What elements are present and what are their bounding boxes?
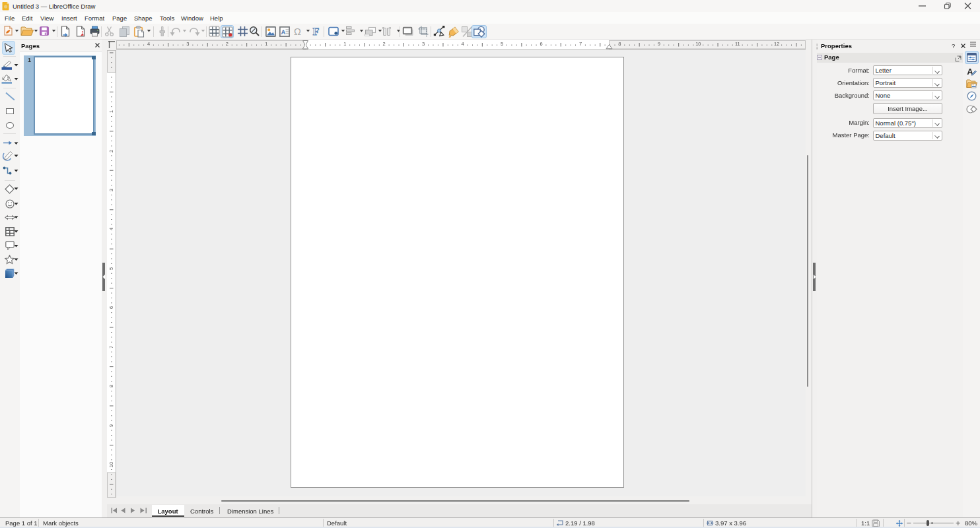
svg-text:A: A [281, 29, 286, 36]
svg-text:Ω: Ω [294, 27, 301, 37]
svg-text:F: F [312, 26, 319, 37]
